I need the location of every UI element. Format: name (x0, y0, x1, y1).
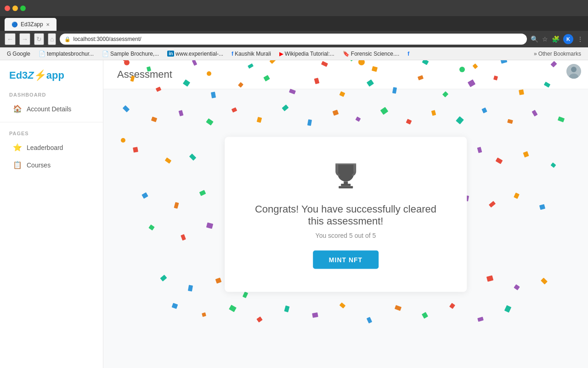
confetti-piece (123, 105, 130, 113)
more-bookmarks[interactable]: » Other Bookmarks (531, 50, 583, 58)
confetti-piece (422, 312, 428, 319)
google-icon: G (7, 51, 11, 57)
bookmark-sample[interactable]: 📄 Sample Brochure,... (100, 50, 161, 58)
back-button[interactable]: ← (5, 33, 16, 45)
sidebar-item-leaderboard[interactable]: ⭐ Leaderboard (4, 139, 99, 156)
confetti-piece (481, 108, 487, 114)
tab-bar: 🔵 Ed3Zapp ✕ (0, 16, 588, 31)
confetti-piece (206, 118, 213, 126)
confetti-piece (174, 202, 179, 209)
congrats-text: Congrats! You have successfully cleared … (252, 203, 440, 227)
confetti-piece (307, 119, 312, 126)
confetti-piece (165, 157, 171, 163)
pages-section-label: PAGES (0, 127, 103, 138)
mint-nft-button[interactable]: MINT NFT (313, 250, 379, 269)
browser-chrome (0, 0, 588, 16)
page-title: Assessment (117, 69, 574, 80)
browser-maximize[interactable] (20, 6, 26, 11)
refresh-button[interactable]: ↻ (34, 33, 44, 45)
bookmark-templates[interactable]: 📄 templatesbrochur... (36, 50, 96, 58)
courses-label: Courses (27, 161, 51, 169)
confetti-piece (395, 305, 401, 311)
bookmark-label: Kaushik Murali (235, 51, 271, 57)
url-bar[interactable]: 🔒 localhost:3000/assessment/ (60, 34, 527, 45)
bookmark-label: templatesbrochur... (47, 51, 94, 57)
confetti-piece (558, 116, 565, 122)
bookmark-google[interactable]: G Google (5, 50, 33, 58)
confetti-piece (141, 192, 148, 199)
confetti-piece (243, 292, 248, 298)
sidebar-item-courses[interactable]: 📋 Courses (4, 156, 99, 173)
sample-icon: 📄 (102, 51, 109, 57)
courses-icon: 📋 (13, 161, 22, 169)
sidebar: Ed3Z⚡app DASHBOARD 🏠 Account Details PAG… (0, 60, 103, 368)
confetti-piece (504, 305, 511, 312)
bookmark-label: Wikipedia Tutorial:... (285, 51, 334, 57)
confetti-piece (181, 234, 186, 241)
search-icon[interactable]: 🔍 (531, 35, 538, 43)
tab-favicon: 🔵 (11, 22, 18, 28)
browser-close[interactable] (5, 6, 10, 11)
confetti-piece (202, 312, 206, 317)
dashboard-section-label: DASHBOARD (0, 88, 103, 100)
confetti-piece (496, 157, 503, 164)
confetti-piece (489, 201, 496, 207)
chrome-profile[interactable]: K (563, 34, 573, 44)
confetti-piece (151, 116, 157, 122)
tab-close-icon[interactable]: ✕ (46, 22, 50, 27)
user-avatar[interactable] (566, 64, 581, 79)
svg-rect-2 (344, 181, 348, 184)
confetti-piece (160, 275, 167, 282)
extensions-icon[interactable]: 🧩 (552, 35, 560, 43)
bookmark-forensic[interactable]: 🔖 Forensic Science.... (340, 50, 401, 58)
active-tab[interactable]: 🔵 Ed3Zapp ✕ (5, 18, 57, 31)
confetti-piece (514, 193, 520, 199)
confetti-piece (431, 110, 436, 116)
browser-minimize[interactable] (12, 6, 18, 11)
forward-button[interactable]: → (19, 33, 30, 45)
confetti-piece (356, 116, 361, 121)
templates-icon: 📄 (39, 51, 45, 57)
bookmark-wikipedia[interactable]: ▶ Wikipedia Tutorial:... (277, 50, 337, 58)
confetti-piece (211, 92, 216, 98)
home-button[interactable]: ⌂ (48, 33, 56, 45)
youtube-icon: ▶ (279, 51, 283, 57)
confetti-piece (189, 154, 197, 161)
score-text: You scored 5 out of 5 (252, 231, 440, 239)
page-header: Assessment (103, 60, 588, 89)
confetti-piece (172, 303, 178, 309)
browser-actions: 🔍 ☆ 🧩 K ⋮ (531, 34, 583, 44)
confetti-piece (133, 147, 138, 153)
logo: Ed3Z⚡app (0, 67, 103, 88)
confetti-piece (339, 91, 345, 97)
confetti-piece (339, 302, 346, 308)
confetti-piece (456, 116, 464, 125)
bookmark-experiential[interactable]: in www.experiential-... (165, 50, 226, 58)
confetti-piece (312, 312, 318, 318)
sidebar-item-account-details[interactable]: 🏠 Account Details (4, 100, 99, 117)
confetti-piece (486, 276, 493, 282)
menu-icon[interactable]: ⋮ (577, 35, 583, 43)
address-bar: ← → ↻ ⌂ 🔒 localhost:3000/assessment/ 🔍 ☆… (0, 31, 588, 47)
confetti-piece (148, 224, 154, 230)
svg-point-4 (571, 67, 577, 72)
bookmark-label: Google (12, 51, 30, 57)
confetti-piece (477, 147, 482, 153)
bookmark-kaushik[interactable]: f Kaushik Murali (229, 50, 273, 58)
star-icon: ⭐ (13, 143, 22, 152)
confetti-piece (282, 104, 289, 111)
other-bookmarks-label: Other Bookmarks (538, 51, 581, 57)
sidebar-divider (0, 122, 103, 122)
confetti-piece (284, 305, 289, 312)
fb-icon: f (407, 51, 409, 57)
logo-text: Ed3Z⚡app (9, 69, 64, 81)
confetti-piece (507, 119, 513, 124)
confetti-piece (215, 277, 222, 283)
confetti-piece (232, 107, 237, 112)
confetti-piece (257, 117, 262, 123)
confetti-piece (367, 317, 372, 323)
bookmark-icon[interactable]: ☆ (542, 35, 548, 43)
confetti-piece (406, 119, 412, 124)
bookmark-fb-icon[interactable]: f (405, 50, 412, 58)
linkedin-icon: in (167, 51, 174, 57)
